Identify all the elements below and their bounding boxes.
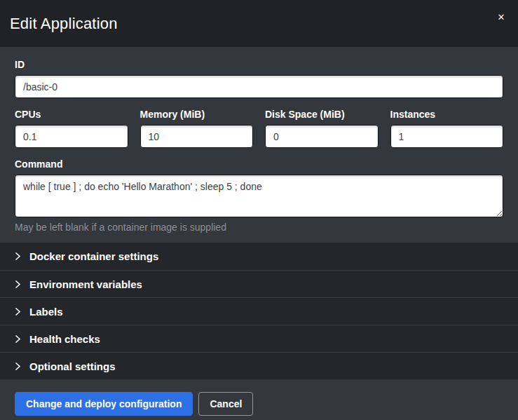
id-input[interactable]: [15, 75, 503, 98]
modal-header: Edit Application ✕: [0, 0, 518, 47]
edit-application-modal: Edit Application ✕ ID CPUs Memory (MiB) …: [0, 0, 518, 420]
memory-field-group: Memory (MiB): [140, 109, 254, 148]
section-label: Docker container settings: [29, 250, 158, 262]
modal-title: Edit Application: [10, 15, 118, 33]
modal-body: ID CPUs Memory (MiB) Disk Space (MiB) In…: [0, 47, 518, 379]
modal-footer: Change and deploy configuration Cancel: [0, 379, 518, 420]
close-icon[interactable]: ✕: [494, 10, 508, 24]
chevron-right-icon: [15, 252, 21, 261]
command-label: Command: [15, 158, 503, 170]
cpus-label: CPUs: [15, 109, 128, 120]
section-label: Labels: [29, 306, 63, 318]
memory-label: Memory (MiB): [140, 109, 254, 120]
chevron-right-icon: [15, 307, 21, 316]
chevron-right-icon: [15, 280, 21, 289]
cpus-field-group: CPUs: [15, 109, 128, 148]
disk-field-group: Disk Space (MiB): [265, 109, 379, 148]
change-and-deploy-button[interactable]: Change and deploy configuration: [15, 392, 193, 416]
section-optional-settings[interactable]: Optional settings: [0, 352, 518, 379]
section-labels[interactable]: Labels: [0, 297, 518, 325]
id-field-group: ID: [15, 59, 503, 98]
id-label: ID: [15, 59, 503, 70]
command-helper-text: May be left blank if a container image i…: [15, 222, 503, 233]
command-field-group: Command while [ true ] ; do echo 'Hello …: [15, 158, 503, 233]
disk-input[interactable]: [265, 125, 379, 148]
instances-label: Instances: [390, 109, 504, 120]
cpus-input[interactable]: [15, 125, 128, 148]
chevron-right-icon: [15, 334, 21, 344]
disk-label: Disk Space (MiB): [265, 109, 379, 120]
section-label: Optional settings: [29, 360, 116, 372]
instances-input[interactable]: [390, 125, 504, 148]
section-label: Environment variables: [29, 278, 142, 290]
resources-row: CPUs Memory (MiB) Disk Space (MiB) Insta…: [15, 109, 503, 148]
command-textarea[interactable]: while [ true ] ; do echo 'Hello Marathon…: [15, 175, 503, 217]
section-label: Health checks: [29, 333, 100, 345]
section-environment-variables[interactable]: Environment variables: [0, 270, 518, 297]
accordion-sections: Docker container settings Environment va…: [0, 243, 518, 379]
section-health-checks[interactable]: Health checks: [0, 325, 518, 352]
cancel-button[interactable]: Cancel: [198, 392, 253, 416]
memory-input[interactable]: [140, 125, 254, 148]
instances-field-group: Instances: [390, 109, 504, 148]
chevron-right-icon: [15, 362, 21, 371]
section-docker-container-settings[interactable]: Docker container settings: [0, 243, 518, 270]
